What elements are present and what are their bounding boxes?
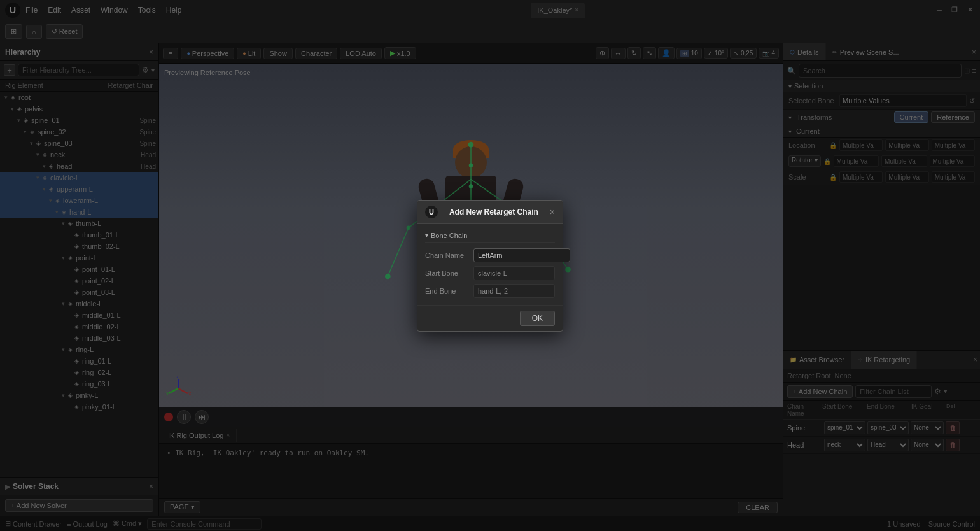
chain-name-field: Chain Name bbox=[425, 246, 555, 264]
modal-section-header: ▾ Bone Chain bbox=[425, 229, 555, 243]
modal-title: Add New Retarget Chain bbox=[449, 208, 538, 216]
modal-section-arrow-icon: ▾ bbox=[425, 232, 428, 239]
modal-overlay: U Add New Retarget Chain × ▾ Bone Chain … bbox=[0, 0, 980, 531]
modal-close-button[interactable]: × bbox=[550, 207, 555, 217]
start-bone-value: clavicle-L bbox=[473, 266, 555, 280]
modal-title-bar: U Add New Retarget Chain × bbox=[417, 201, 563, 224]
end-bone-label: End Bone bbox=[425, 287, 470, 295]
chain-name-input[interactable] bbox=[473, 248, 570, 262]
modal-logo-icon: U bbox=[425, 206, 438, 218]
chain-name-label: Chain Name bbox=[425, 251, 470, 259]
modal-section-title: Bone Chain bbox=[431, 232, 468, 239]
start-bone-label: Start Bone bbox=[425, 269, 470, 277]
modal-footer: OK bbox=[417, 305, 563, 331]
modal-ok-button[interactable]: OK bbox=[520, 311, 555, 326]
end-bone-value: hand-L,-2 bbox=[473, 284, 555, 298]
modal-body: ▾ Bone Chain Chain Name Start Bone clavi… bbox=[417, 224, 563, 305]
add-retarget-chain-modal: U Add New Retarget Chain × ▾ Bone Chain … bbox=[417, 200, 563, 332]
start-bone-field: Start Bone clavicle-L bbox=[425, 264, 555, 282]
end-bone-field: End Bone hand-L,-2 bbox=[425, 282, 555, 300]
